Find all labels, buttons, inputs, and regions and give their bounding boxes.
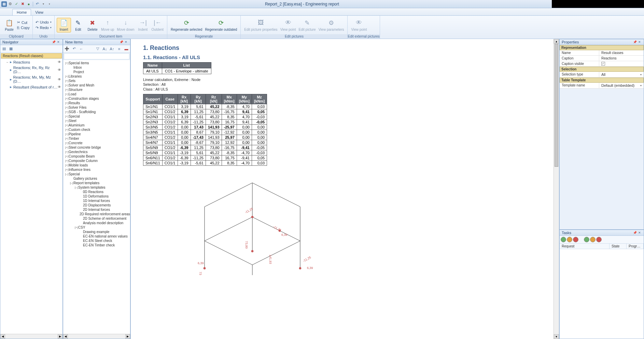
prop-seltype-value[interactable]: All▾ <box>599 72 644 77</box>
sort-desc-icon[interactable]: A↑ <box>109 46 115 52</box>
edit-button[interactable]: ✎Edit <box>71 18 85 32</box>
outdent-button[interactable]: |←Outdent <box>150 18 165 32</box>
newitems-node[interactable]: 2D Scheme of reinforcement <box>63 216 130 221</box>
newitems-node[interactable]: [+]Mobile loads <box>63 163 130 167</box>
prop-group-representation[interactable]: Representation <box>560 45 644 50</box>
redo-button[interactable]: ↷Redo▾ <box>35 25 52 30</box>
nav-item[interactable]: ▸Reactions; Rx, Ry, Rz (D…👁 <box>0 65 62 74</box>
newitems-node[interactable]: [+]Influence lines <box>63 167 130 172</box>
newitems-node[interactable]: 2D Displacements <box>63 203 130 207</box>
newitems-node[interactable]: Project <box>63 70 130 74</box>
newitems-node[interactable]: [+]Libraries <box>63 74 130 79</box>
edit-picture-button[interactable]: ✎Edit picture <box>297 18 317 32</box>
task-run-icon[interactable] <box>561 237 566 242</box>
close-icon[interactable]: ✕ <box>638 40 642 44</box>
newitems-node[interactable]: [+]CSY <box>63 225 130 230</box>
scroll-thumb[interactable] <box>555 44 558 167</box>
newitems-node[interactable]: [+]Aluminium <box>63 123 130 127</box>
prop-caption-value[interactable]: Reactions <box>599 56 644 61</box>
newitems-node[interactable]: [–]Report templates <box>63 181 130 185</box>
regen-outdated-button[interactable]: ⟳Regenerate outdated <box>204 18 238 32</box>
newitems-node[interactable]: [+]Pipeline <box>63 132 130 136</box>
newitems-node[interactable]: [+]Solver Files <box>63 105 130 110</box>
pin-icon[interactable]: 📌 <box>633 40 637 44</box>
copy-button[interactable]: ⎘Copy <box>16 25 30 30</box>
pin-icon[interactable]: 📌 <box>633 231 637 235</box>
sort-asc-icon[interactable]: A↓ <box>102 46 108 52</box>
undo-icon[interactable]: ↶ <box>71 46 77 52</box>
prop-group-selection[interactable]: Selection <box>560 67 644 72</box>
task-pause-icon[interactable] <box>567 237 572 242</box>
newitems-node[interactable]: Drawing example <box>63 230 130 234</box>
newitems-node[interactable]: EC-EN Steel check <box>63 239 130 243</box>
scroll-down-icon[interactable]: ▼ <box>554 334 559 339</box>
view-param-button[interactable]: ⚙View parameters <box>317 18 346 32</box>
tab-home[interactable]: Home <box>12 9 31 15</box>
remove-icon[interactable]: ▬ <box>123 46 129 52</box>
nav-item[interactable]: ▸Reactions; Mx, My, Mz (D…👁 <box>0 74 62 84</box>
task-pause2-icon[interactable] <box>590 237 596 242</box>
cut-button[interactable]: ✂Cut <box>16 20 30 25</box>
newitems-node[interactable]: Analysis model description <box>63 221 130 225</box>
indent-button[interactable]: →|Indent <box>136 18 150 32</box>
nav-list-icon[interactable]: ▦ <box>8 46 14 52</box>
pin-icon[interactable]: 📌 <box>52 40 56 44</box>
close-icon[interactable]: ✕ <box>638 231 642 235</box>
newitems-node[interactable]: [+]SGB - Scaffolding <box>63 110 130 114</box>
close-icon[interactable]: ✕ <box>124 40 128 44</box>
newitems-node[interactable]: [+]Geotechnics <box>63 150 130 154</box>
edit-picprop-button[interactable]: 🖼Edit picture properties <box>243 18 279 32</box>
ext-viewpoint-button[interactable]: 👁View point <box>350 18 368 32</box>
undo-button[interactable]: ↶Undo▾ <box>35 20 52 25</box>
scroll-left-icon[interactable]: ◀ <box>0 334 5 339</box>
prop-capvis-checkbox[interactable]: ✓ <box>599 61 644 66</box>
tab-view[interactable]: View <box>31 9 47 15</box>
newitems-node[interactable]: [+]Results <box>63 101 130 105</box>
newitems-node[interactable]: [+]Composite Column <box>63 159 130 163</box>
scroll-left-icon[interactable]: ◀ <box>63 334 68 339</box>
add-icon[interactable]: ➕ <box>64 46 70 52</box>
newitems-node[interactable]: 2D Required reinforcement areas E <box>63 212 130 216</box>
filter-icon[interactable]: ▽ <box>95 46 101 52</box>
nav-item[interactable]: –▸Reactions👁 <box>0 59 62 65</box>
scroll-up-icon[interactable]: ▲ <box>554 39 559 44</box>
prop-name-value[interactable]: Result classes <box>599 50 644 55</box>
undo-icon[interactable]: ↶ <box>34 1 40 7</box>
movedown-button[interactable]: ↓Move down <box>115 18 136 32</box>
task-run2-icon[interactable] <box>584 237 589 242</box>
newitems-node[interactable]: 2D Internal forces <box>63 207 130 212</box>
newitems-node[interactable]: [–]System templates <box>63 185 130 190</box>
back-icon[interactable]: ← <box>78 46 84 52</box>
filter-input[interactable] <box>64 53 129 59</box>
settings-icon[interactable]: ⚙ <box>8 1 13 7</box>
newitems-node[interactable]: [+]Composite Beam <box>63 154 130 159</box>
insert-button[interactable]: 📄Insert <box>57 18 71 32</box>
newitems-node[interactable]: 1D Deformations <box>63 194 130 199</box>
doc-scrollbar[interactable]: ▲ ▼ <box>554 39 559 339</box>
paste-button[interactable]: 📋Paste <box>2 18 16 32</box>
newitems-node[interactable]: 0D Reactions <box>63 190 130 194</box>
scroll-right-icon[interactable]: ▶ <box>125 334 130 339</box>
newitems-node[interactable]: [+]Concrete <box>63 141 130 145</box>
dropdown-icon[interactable]: ▼ <box>41 1 46 7</box>
newitems-node[interactable]: Gallery pictures <box>63 176 130 181</box>
newitems-node[interactable]: [+]Special items <box>63 61 130 65</box>
newitems-node[interactable]: [+]Custom check <box>63 127 130 132</box>
delete-button[interactable]: ✖Delete <box>85 18 100 32</box>
task-stop-icon[interactable] <box>573 237 578 242</box>
prop-template-value[interactable]: Default (embedded)▾ <box>599 83 644 88</box>
newitems-node[interactable]: [+]Steel concrete bridge <box>63 145 130 150</box>
newitems-node[interactable]: [+]Sets <box>63 79 130 83</box>
nav-tree-icon[interactable]: ▤ <box>1 46 7 52</box>
newitems-node[interactable]: [+]Construction stages <box>63 96 130 101</box>
pin-icon[interactable]: 📌 <box>119 40 123 44</box>
save-icon[interactable]: ✓ <box>14 1 19 7</box>
viewpoint-button[interactable]: 👁View point <box>279 18 297 32</box>
close-icon[interactable]: ✖ <box>20 1 25 7</box>
moveup-button[interactable]: ↑Move up <box>100 18 115 32</box>
scroll-right-icon[interactable]: ▶ <box>58 334 62 339</box>
regen-selected-button[interactable]: ⟳Regenerate selected <box>169 18 204 32</box>
newitems-node[interactable]: [+]Special <box>63 114 130 119</box>
new-icon[interactable]: ● <box>26 1 31 7</box>
newitems-node[interactable]: Inbox <box>63 65 130 70</box>
